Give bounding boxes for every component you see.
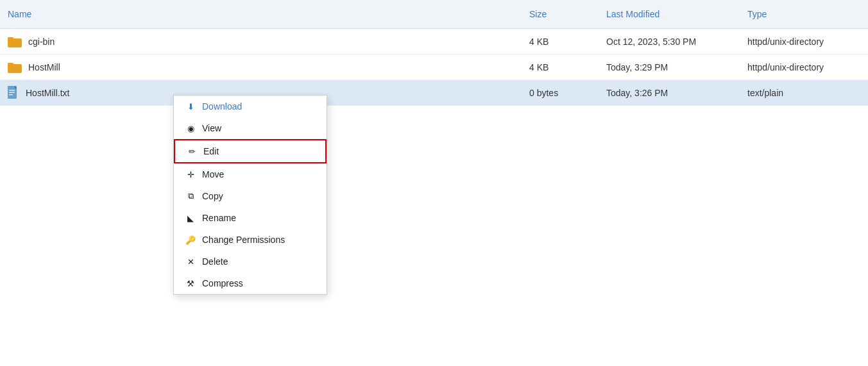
col-type[interactable]: Type [740,5,868,23]
file-manager: Name Size Last Modified Type cgi-bin 4 K… [0,0,868,366]
context-menu-item-rename[interactable]: ◣ Rename [174,207,327,229]
delete-icon: ✕ [185,257,196,267]
context-menu-item-view[interactable]: ◉ View [174,117,327,139]
context-menu-item-edit[interactable]: ✏ Edit [174,139,327,163]
file-type: text/plain [740,83,868,103]
file-name: cgi-bin [28,37,55,47]
file-type: httpd/unix-directory [740,57,868,78]
permissions-icon: 🔑 [185,235,196,245]
table-row[interactable]: HostMill.txt 0 bytes Today, 3:26 PM text… [0,80,868,106]
table-row[interactable]: HostMill 4 KB Today, 3:29 PM httpd/unix-… [0,54,868,80]
file-name: HostMill.txt [26,88,69,98]
svg-rect-6 [9,90,15,91]
file-modified: Today, 3:26 PM [599,83,740,103]
context-menu-item-compress[interactable]: ⚒ Compress [174,272,327,294]
svg-rect-7 [9,92,15,93]
menu-item-label: Rename [202,213,236,223]
file-size: 4 KB [522,57,599,78]
text-file-icon [8,86,19,100]
menu-item-label: Change Permissions [202,235,285,245]
context-menu-item-move[interactable]: ✛ Move [174,163,327,185]
download-icon: ⬇ [185,102,196,112]
svg-rect-0 [8,38,22,47]
rename-icon: ◣ [185,213,196,223]
compress-icon: ⚒ [185,279,196,288]
view-icon: ◉ [185,124,196,133]
context-menu-item-copy[interactable]: ⧉ Copy [174,185,327,207]
col-name[interactable]: Name [0,5,522,23]
menu-item-label: Delete [202,256,228,267]
svg-rect-1 [8,37,13,40]
menu-item-label: Download [202,101,242,112]
context-menu-item-permissions[interactable]: 🔑 Change Permissions [174,229,327,251]
folder-icon [8,62,22,73]
copy-icon: ⧉ [185,191,196,201]
folder-icon [8,36,22,47]
svg-rect-2 [8,64,22,73]
file-size: 4 KB [522,31,599,52]
col-last-modified[interactable]: Last Modified [599,5,740,23]
context-menu: ⬇ Download ◉ View ✏ Edit ✛ Move ⧉ Copy ◣… [173,95,327,295]
file-modified: Today, 3:29 PM [599,57,740,78]
col-size[interactable]: Size [522,5,599,23]
menu-item-label: Move [202,169,224,179]
table-row[interactable]: cgi-bin 4 KB Oct 12, 2023, 5:30 PM httpd… [0,29,868,54]
file-type: httpd/unix-directory [740,31,868,52]
context-menu-item-delete[interactable]: ✕ Delete [174,251,327,272]
menu-item-label: Compress [202,278,243,288]
context-menu-item-download[interactable]: ⬇ Download [174,96,327,117]
file-size: 0 bytes [522,83,599,103]
menu-item-label: View [202,123,221,133]
edit-icon: ✏ [187,147,197,156]
svg-rect-3 [8,63,13,65]
move-icon: ✛ [185,170,196,179]
table-header: Name Size Last Modified Type [0,0,868,29]
menu-item-label: Copy [202,191,223,201]
file-name: HostMill [28,62,60,72]
file-modified: Oct 12, 2023, 5:30 PM [599,31,740,52]
svg-rect-8 [9,94,13,96]
file-cell: cgi-bin [0,31,522,53]
file-cell: HostMill [0,56,522,78]
menu-item-label: Edit [203,146,219,156]
